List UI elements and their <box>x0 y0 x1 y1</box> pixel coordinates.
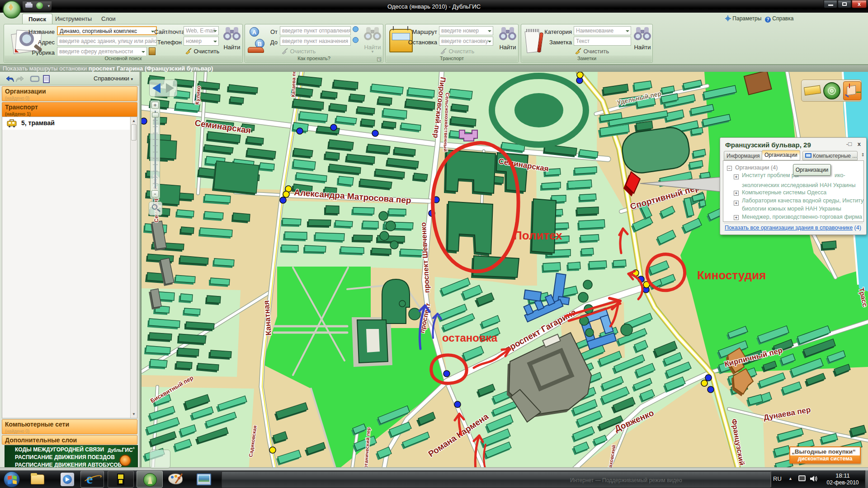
svg-text:Политех: Политех <box>514 229 562 242</box>
svg-text:Катаева пер: Катаева пер <box>290 72 297 97</box>
svg-text:остановка: остановка <box>442 332 498 344</box>
svg-text:Киностудия: Киностудия <box>697 268 766 282</box>
